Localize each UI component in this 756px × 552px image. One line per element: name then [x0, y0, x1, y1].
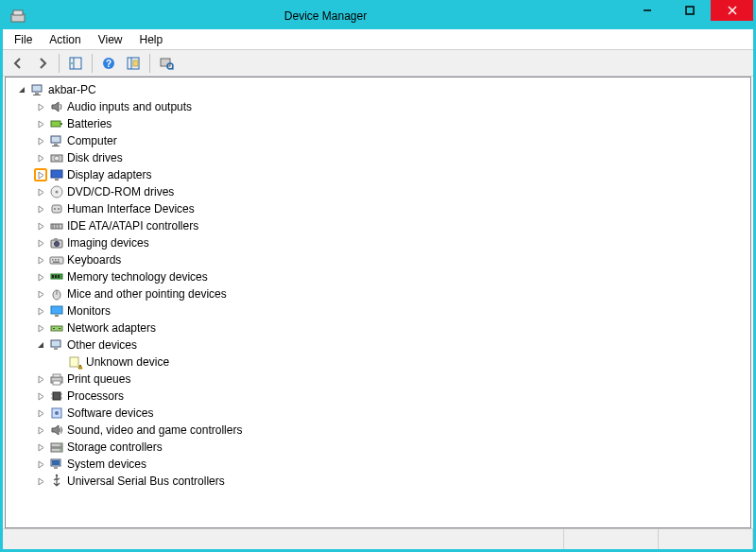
svg-rect-17 [35, 93, 39, 95]
tree-node[interactable]: Storage controllers [32, 439, 750, 456]
tree-node[interactable]: Monitors [32, 302, 750, 319]
tree-node[interactable]: Display adapters [32, 166, 750, 183]
svg-point-31 [54, 208, 56, 210]
tree-node[interactable]: Disk drives [32, 149, 750, 166]
device-tree-panel[interactable]: akbar-PCAudio inputs and outputsBatterie… [5, 77, 751, 528]
expand-icon[interactable] [34, 253, 47, 267]
svg-rect-75 [52, 460, 60, 465]
tree-node-label: Storage controllers [67, 440, 163, 454]
svg-point-73 [60, 449, 61, 451]
expand-icon[interactable] [34, 202, 47, 216]
expand-icon[interactable] [34, 372, 47, 386]
properties-button[interactable] [122, 52, 145, 75]
cdrom-icon [49, 184, 64, 199]
tree-node[interactable]: System devices [32, 456, 750, 473]
tree-node[interactable]: Print queues [32, 371, 750, 388]
tree-node[interactable]: !Unknown device [51, 354, 750, 371]
expand-icon[interactable] [34, 440, 47, 454]
computer-icon [30, 82, 45, 97]
tree-node[interactable]: Imaging devices [32, 234, 750, 251]
tree-node[interactable]: Network adapters [32, 319, 750, 336]
tree-node[interactable]: Keyboards [32, 251, 750, 268]
scan-hardware-button[interactable] [155, 52, 178, 75]
expand-icon[interactable] [34, 287, 47, 301]
tree-node-label: Disk drives [67, 151, 123, 164]
svg-rect-3 [686, 7, 694, 14]
svg-rect-76 [54, 467, 58, 469]
expand-icon[interactable] [34, 474, 47, 488]
memory-icon [49, 269, 64, 285]
tree-node[interactable]: DVD/CD-ROM drives [32, 183, 750, 200]
svg-point-32 [58, 208, 60, 210]
tree-root-node[interactable]: akbar-PC [13, 81, 750, 98]
svg-rect-63 [53, 392, 60, 400]
tree-node[interactable]: Mice and other pointing devices [32, 285, 750, 302]
menu-file[interactable]: File [7, 31, 40, 48]
maximize-button[interactable] [668, 0, 711, 21]
expand-icon[interactable] [34, 151, 47, 164]
collapse-icon[interactable] [15, 83, 28, 96]
expand-icon[interactable] [34, 134, 47, 147]
menu-action[interactable]: Action [42, 31, 88, 48]
tree-node[interactable]: Batteries [32, 115, 750, 132]
expand-icon[interactable] [34, 236, 47, 250]
expand-icon[interactable] [34, 304, 47, 318]
menu-help[interactable]: Help [132, 31, 171, 48]
svg-rect-58 [70, 357, 78, 367]
svg-rect-46 [52, 275, 54, 278]
expand-icon[interactable] [34, 117, 47, 130]
collapse-icon[interactable] [34, 338, 47, 352]
tree-node[interactable]: Other devices [32, 336, 750, 354]
help-button[interactable]: ? [97, 52, 120, 75]
svg-point-69 [55, 411, 59, 415]
computer-icon [49, 133, 64, 148]
tree-node-label: Imaging devices [67, 236, 149, 250]
tree-node[interactable]: Sound, video and game controllers [32, 422, 750, 439]
tree-node-label: Keyboards [67, 253, 121, 267]
expand-icon[interactable] [34, 270, 47, 284]
toolbar: ? [3, 50, 753, 77]
tree-node[interactable]: Universal Serial Bus controllers [32, 473, 750, 490]
svg-rect-61 [53, 374, 60, 377]
titlebar[interactable]: Device Manager [3, 3, 753, 29]
tree-node[interactable]: Software devices [32, 405, 750, 422]
svg-rect-44 [53, 262, 60, 264]
tree-node[interactable]: Memory technology devices [32, 268, 750, 285]
svg-rect-43 [58, 259, 60, 261]
forward-button[interactable] [31, 52, 54, 75]
expand-icon[interactable] [34, 423, 47, 437]
menu-view[interactable]: View [91, 31, 130, 48]
tree-node[interactable]: Processors [32, 388, 750, 405]
toolbar-separator [59, 54, 60, 73]
software-icon [49, 405, 64, 421]
printer-icon [49, 371, 64, 387]
expand-icon[interactable] [34, 406, 47, 420]
expand-icon[interactable] [34, 389, 47, 403]
back-button[interactable] [7, 52, 29, 75]
show-hide-tree-button[interactable] [64, 52, 87, 75]
usb-icon [49, 474, 64, 489]
expand-icon[interactable] [34, 321, 47, 335]
network-icon [49, 320, 64, 336]
unknown-device-icon: ! [68, 354, 83, 370]
tree-node[interactable]: Computer [32, 132, 750, 149]
expand-icon[interactable] [34, 100, 47, 113]
tree-node-label: Computer [67, 134, 117, 147]
tree-node[interactable]: IDE ATA/ATAPI controllers [32, 217, 750, 234]
tree-node[interactable]: Audio inputs and outputs [32, 98, 750, 115]
svg-point-38 [55, 242, 60, 247]
svg-text:?: ? [106, 59, 112, 69]
speaker-icon [49, 99, 64, 114]
expand-icon[interactable] [34, 185, 47, 198]
expand-icon[interactable] [34, 457, 47, 471]
close-button[interactable] [711, 0, 753, 21]
svg-rect-30 [52, 205, 61, 213]
svg-rect-42 [55, 259, 57, 261]
minimize-button[interactable] [626, 0, 668, 21]
tree-node-label: Batteries [67, 117, 112, 130]
expand-icon[interactable] [53, 355, 66, 369]
expand-icon[interactable] [34, 219, 47, 233]
tree-node-label: IDE ATA/ATAPI controllers [67, 219, 198, 233]
tree-node[interactable]: Human Interface Devices [32, 200, 750, 217]
expand-icon[interactable] [34, 168, 47, 181]
